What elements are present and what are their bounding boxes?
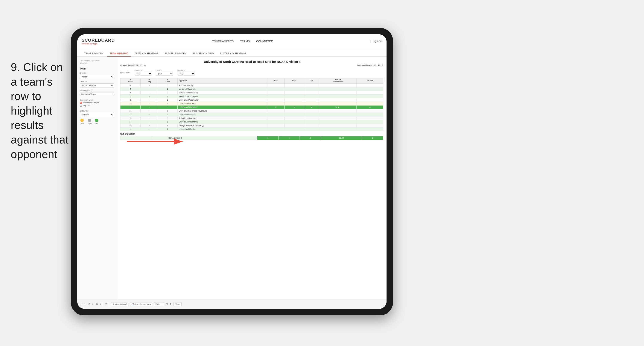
share-btn[interactable]: Share: [174, 302, 182, 306]
conference-filter-select[interactable]: (All): [135, 72, 152, 75]
col-reg: #Reg: [141, 78, 158, 84]
view-icon: 👁: [112, 303, 115, 305]
legend-level: Level: [88, 119, 92, 125]
opponents-played-radio-dot: [80, 102, 82, 104]
legend-dots: Down Level Up: [80, 119, 114, 125]
opponent-filter-label: Opponent: [178, 69, 195, 71]
tab-team-h2h-heatmap[interactable]: TEAM H2H HEATMAP: [132, 50, 161, 57]
legend-down: Down: [80, 119, 84, 125]
gender-label: Gender: [80, 72, 114, 74]
table-row[interactable]: 16-3University of Florida: [120, 127, 383, 131]
tablet-screen: SCOREBOARD Powered by clippd TOURNAMENTS…: [77, 34, 386, 309]
colour-by-select[interactable]: Win/loss: [80, 113, 114, 117]
table-row[interactable]: 8-2University of Washington: [120, 98, 383, 102]
tab-player-summary[interactable]: PLAYER SUMMARY: [162, 50, 189, 57]
clock-icon[interactable]: ⏱: [105, 303, 107, 306]
col-win: Win: [267, 78, 284, 84]
sign-out-link[interactable]: Sign out: [373, 40, 382, 43]
nav-committee[interactable]: COMMITTEE: [256, 40, 273, 43]
nav-divider: |: [370, 39, 371, 43]
colour-by-label: Colour by: [80, 110, 114, 112]
ood-loss: 0: [278, 136, 300, 140]
overall-record: Overall Record: 89 - 17 - 0: [120, 64, 146, 67]
table-header-row: #Rank #Reg #Conf Opponent Win Loss Tie D…: [120, 78, 383, 84]
tab-player-h2h-heatmap[interactable]: PLAYER H2H HEATMAP: [217, 50, 249, 57]
ood-rank: [120, 136, 136, 140]
col-rank: #Rank: [120, 78, 141, 84]
logo-subtitle: Powered by clippd: [82, 43, 115, 45]
table-row[interactable]: 11-6University of Arkansas, Fayetteville: [120, 109, 383, 113]
col-loss: Loss: [284, 78, 304, 84]
opponent-filter: Opponent (All): [178, 69, 195, 75]
out-of-division-header: Out of division: [120, 131, 383, 136]
legend-up-dot: [95, 119, 98, 122]
ood-win: 1: [257, 136, 278, 140]
view-original-btn[interactable]: 👁 View: Original: [111, 302, 128, 306]
main-content: Last Updated: 27/03/2024 16:55:38 Team G…: [77, 57, 386, 299]
region-filter-label: Region: [156, 69, 173, 71]
save-custom-view-btn[interactable]: 💾 Save Custom View: [130, 302, 152, 306]
undo-icon[interactable]: ↩: [80, 303, 83, 306]
division-label: Division: [80, 81, 114, 83]
filters-row: Opponents: Conference (All) Region (All): [120, 69, 383, 75]
cut-icon[interactable]: ✂: [92, 303, 94, 306]
opponents-played-radio[interactable]: Opponents Played: [80, 102, 114, 104]
table-row[interactable]: 15-4Georgia Institute of Technology: [120, 124, 383, 127]
region-filter-select[interactable]: (All): [156, 72, 173, 75]
division-record: Division Record: 88 - 17 - 0: [357, 64, 383, 67]
top-100-radio[interactable]: Top 100: [80, 105, 114, 107]
instruction-text: 9. Click on a team's row to highlight re…: [11, 60, 71, 162]
tab-team-summary[interactable]: TEAM SUMMARY: [82, 50, 106, 57]
legend-level-dot: [88, 119, 91, 122]
opponent-view-section: Opponent View Opponents Played Top 100: [80, 99, 114, 107]
table-row[interactable]: 11-5University of Alabama3002.618: [120, 105, 383, 109]
grid-records: Overall Record: 89 - 17 - 0 Division Rec…: [120, 64, 383, 67]
table-row[interactable]: 9-3University of Arizona: [120, 102, 383, 105]
export-icon[interactable]: ⬆: [170, 303, 172, 306]
nav-teams[interactable]: TEAMS: [240, 40, 250, 43]
top-nav: SCOREBOARD Powered by clippd TOURNAMENTS…: [77, 34, 386, 48]
conference-filter: Conference (All): [135, 69, 152, 75]
sub-nav: TEAM SUMMARY TEAM H2H GRID TEAM H2H HEAT…: [77, 48, 386, 57]
redo-icon[interactable]: ↪: [84, 303, 86, 306]
nav-tournaments[interactable]: TOURNAMENTS: [212, 40, 234, 43]
layout-icon[interactable]: ⊞: [166, 303, 168, 306]
table-row[interactable]: 12-3University of Virginia: [120, 113, 383, 116]
opponents-filter-label: Opponents:: [120, 71, 130, 74]
division-select[interactable]: NCAA Division I: [80, 83, 114, 88]
out-of-division-row[interactable]: NCAA Division II 1 0 0 26.00 3: [120, 136, 383, 140]
paste-icon[interactable]: ⎘: [100, 303, 101, 306]
tab-team-h2h-grid[interactable]: TEAM H2H GRID: [107, 50, 131, 57]
legend-down-dot: [80, 119, 84, 122]
table-row[interactable]: 4-1Arizona State University: [120, 91, 383, 95]
table-row[interactable]: 14-2University of Oklahoma: [120, 120, 383, 124]
table-row[interactable]: 2-1Auburn University: [120, 84, 383, 87]
opponent-filter-select[interactable]: (All): [178, 72, 195, 75]
back-icon[interactable]: ↺: [88, 303, 90, 306]
table-row[interactable]: 6-2Florida State University: [120, 95, 383, 98]
team-section-title: Team: [80, 67, 114, 70]
gender-select[interactable]: Men's: [80, 75, 114, 79]
toolbar-sep-2: [109, 302, 109, 306]
logo-title: SCOREBOARD: [82, 38, 115, 43]
col-opponent: Opponent: [177, 78, 267, 84]
copy-icon[interactable]: ⧉: [96, 303, 98, 306]
watch-btn[interactable]: Watch ▾: [154, 302, 164, 306]
col-tie: Tie: [304, 78, 319, 84]
save-icon: 💾: [132, 303, 135, 305]
ood-diff: 26.00: [321, 136, 362, 140]
top-100-radio-dot: [80, 105, 82, 107]
school-label: School (Rank): [80, 89, 114, 92]
col-diff: Diff AvStrokes/Rnd: [319, 78, 357, 84]
table-row[interactable]: 3-2Vanderbilt University: [120, 87, 383, 91]
col-rounds: Rounds: [357, 78, 383, 84]
ood-tie: 0: [300, 136, 321, 140]
conference-filter-label: Conference: [135, 69, 152, 71]
grid-area: University of North Carolina Head-to-Hea…: [117, 57, 386, 299]
school-input[interactable]: University of Nort... ▾: [80, 92, 114, 96]
toolbar-sep-1: [103, 302, 103, 306]
grid-title: University of North Carolina Head-to-Hea…: [120, 60, 383, 63]
legend-up: Up: [95, 119, 98, 125]
table-row[interactable]: 13-1Texas Tech University: [120, 116, 383, 120]
tab-player-h2h-grid[interactable]: PLAYER H2H GRID: [190, 50, 216, 57]
